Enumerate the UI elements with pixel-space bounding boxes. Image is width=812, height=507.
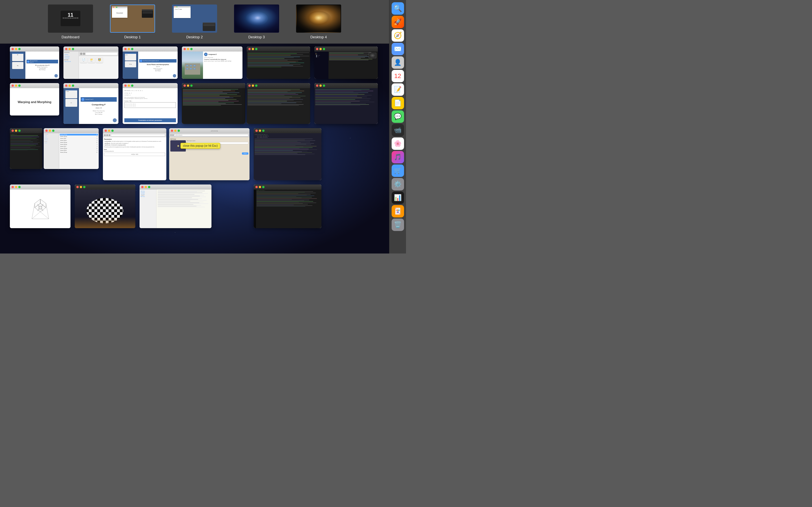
window-intrinsic-params[interactable]: Intrinsic: K = [ k₁ k₃ k₅ ] [ 0 k₂ k₆ ] … — [123, 83, 177, 124]
window-geometry[interactable] — [10, 184, 70, 228]
window-code-editor-1[interactable] — [247, 47, 310, 79]
windows-grid: 3D img 3D reconstructionclass 11 3D reco… — [0, 44, 389, 253]
window-document[interactable]: Parameters • coordinateMatch - the initi… — [103, 128, 166, 180]
desktop3-label: Desktop 3 — [248, 35, 265, 39]
desktop4-label: Desktop 4 — [310, 35, 327, 39]
dock-icon-finder[interactable]: 🔍 — [392, 2, 404, 15]
desktop-thumb-4[interactable]: Desktop 4 — [296, 4, 341, 39]
desktop-thumb-3[interactable]: Desktop 3 — [234, 4, 279, 39]
desktop1-label: Desktop 1 — [124, 35, 141, 39]
window-code-editor-2[interactable]: FILES 📁 src 📄 main.cpp 📄 utils.h — [314, 47, 378, 79]
svg-line-5 — [32, 203, 35, 219]
geometry-wireframe — [23, 193, 57, 224]
dock-icon-flash[interactable]: 🃏 — [392, 205, 404, 217]
dock-icon-facetime[interactable]: 📹 — [392, 124, 404, 136]
slide-title-3d: 3D reconstruction class 11 — [35, 64, 50, 66]
window-code-editor-6[interactable]: getOptimalNewCameraMatrix( const Mat& ca… — [254, 128, 321, 180]
desktop2-label: Desktop 2 — [186, 35, 203, 39]
dock: 🔍 🚀 🧭 ✉️ 👤 12 📝 📄 💬 📹 🌸 🎵 🛒 ⚙️ 📊 🃏 🗑️ — [389, 0, 406, 253]
top-bar: Dashboard Document — [0, 0, 389, 44]
window-computing-f[interactable]: F matrix epi Computing F class 13 Comput… — [63, 83, 118, 124]
dashboard-label: Dashboard — [61, 35, 80, 39]
dock-icon-launchpad[interactable]: 🚀 — [392, 16, 404, 28]
dock-icon-reminders[interactable]: 📝 — [392, 83, 404, 96]
window-code-editor-5[interactable] — [314, 83, 378, 124]
window-code-editor-3[interactable] — [182, 83, 245, 124]
svg-line-4 — [40, 212, 49, 219]
slide-subtitle-3d: Multiple View GeometryComp 290-089Marc P… — [37, 66, 48, 71]
dock-icon-calendar[interactable]: 12 — [392, 70, 404, 82]
dock-icon-sysprefs[interactable]: ⚙️ — [392, 178, 404, 190]
svg-line-6 — [46, 203, 49, 219]
warping-title: Warping and Morphing — [18, 100, 51, 104]
window-scene-planes[interactable]: scene homog Scene Planes and Homographie… — [123, 47, 177, 79]
popup-tooltip[interactable]: close this popup (or hit Esc) — [181, 143, 220, 149]
dock-icon-mail[interactable]: ✉️ — [392, 43, 404, 55]
window-checkerboard[interactable] — [75, 184, 135, 228]
dock-icon-safari[interactable]: 🧭 — [392, 29, 404, 42]
window-terminal-1[interactable]: user@host:~$ — [10, 128, 42, 169]
desktop-thumb-2[interactable]: Comp F Image Desktop 2 — [172, 4, 217, 39]
popup-text: close this popup (or hit Esc) — [183, 144, 218, 147]
svg-line-3 — [32, 212, 40, 219]
desktop-thumb-1[interactable]: Document Desktop 1 — [110, 4, 155, 39]
window-warping-morphing[interactable]: Warping and Morphing — [10, 83, 59, 115]
desktop-thumb-dashboard[interactable]: Dashboard — [48, 4, 93, 39]
dock-icon-photos[interactable]: 🌸 — [392, 137, 404, 150]
window-assignment2[interactable]: Assignment 2 Click by Wednesday Compute … — [182, 47, 243, 79]
dock-icon-contacts[interactable]: 👤 — [392, 56, 404, 69]
window-filelist[interactable]: FAVORITES AirDrop Desktop Documents Down… — [44, 128, 99, 169]
dock-icon-notes[interactable]: 📄 — [392, 97, 404, 109]
dock-icon-actmon[interactable]: 📊 — [392, 191, 404, 204]
dock-icon-itunes[interactable]: 🎵 — [392, 151, 404, 163]
window-finder[interactable]: FAVORITES Desktop Documents Downloads DE… — [63, 47, 118, 79]
dock-icon-appstore[interactable]: 🛒 — [392, 165, 404, 177]
dock-icon-trash[interactable]: 🗑️ — [392, 219, 404, 231]
dock-icon-messages[interactable]: 💬 — [392, 110, 404, 123]
window-3d-reconstruction[interactable]: 3D img 3D reconstructionclass 11 3D reco… — [10, 47, 59, 79]
window-code-editor-7[interactable]: typedef std::vector... — [254, 184, 321, 228]
window-code-editor-4[interactable] — [247, 83, 310, 124]
window-document-2[interactable]: Main Page Tony Boyle Tony Page navigatio… — [140, 184, 211, 228]
main-area: 3D img 3D reconstructionclass 11 3D reco… — [0, 44, 389, 253]
svg-marker-8 — [39, 206, 42, 209]
window-browser[interactable]: pxlcommunity pxlcommunity.com Add Image … — [169, 128, 250, 180]
